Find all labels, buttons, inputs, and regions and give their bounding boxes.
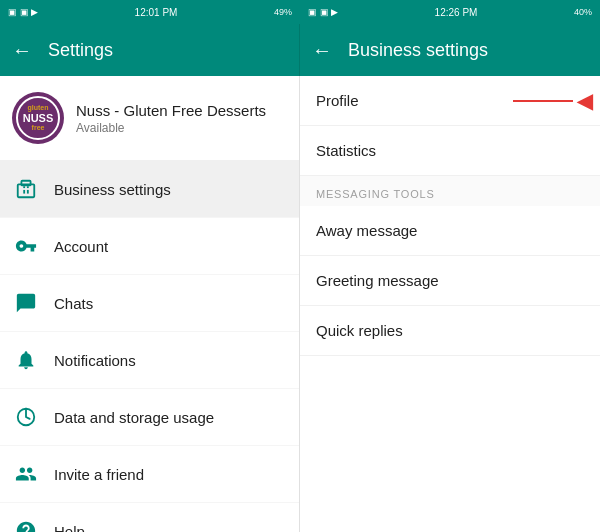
business-settings-panel: Profile ◀ Statistics MESSAGING TOOLS Awa…: [300, 76, 600, 532]
avatar: gluten NUSS free: [12, 92, 64, 144]
menu-item-business-settings[interactable]: Business settings ←: [0, 161, 299, 218]
key-icon: [12, 232, 40, 260]
menu-label-business-settings: Business settings: [54, 181, 171, 198]
left-back-button[interactable]: ←: [12, 39, 32, 62]
right-menu-item-statistics[interactable]: Statistics: [300, 126, 600, 176]
chat-icon: [12, 289, 40, 317]
left-app-bar: ← Settings: [0, 24, 300, 76]
menu-item-data-storage[interactable]: Data and storage usage: [0, 389, 299, 446]
logo-line3: free: [23, 124, 54, 132]
right-battery: 40%: [574, 7, 592, 17]
settings-panel: gluten NUSS free Nuss - Gluten Free Dess…: [0, 76, 300, 532]
data-icon: [12, 403, 40, 431]
bell-icon: [12, 346, 40, 374]
profile-arrow-area: ◀: [513, 89, 592, 113]
right-menu-label-statistics: Statistics: [316, 142, 376, 159]
building-icon: [12, 175, 40, 203]
right-status-icons: ▣ ▣ ▶: [308, 7, 338, 17]
menu-item-help[interactable]: Help: [0, 503, 299, 532]
right-time: 12:26 PM: [435, 7, 478, 18]
svg-rect-1: [21, 181, 30, 186]
main-content: gluten NUSS free Nuss - Gluten Free Dess…: [0, 76, 600, 532]
left-status-bar: ▣ ▣ ▶ 12:01 PM 49%: [0, 0, 300, 24]
left-status-icons-text: ▣ ▣ ▶: [8, 7, 38, 17]
svg-rect-4: [23, 186, 25, 188]
profile-info: Nuss - Gluten Free Desserts Available: [76, 102, 266, 135]
left-battery: 49%: [274, 7, 292, 17]
menu-label-data-storage: Data and storage usage: [54, 409, 214, 426]
menu-item-account[interactable]: Account: [0, 218, 299, 275]
avatar-logo: gluten NUSS free: [23, 104, 54, 131]
status-bar-container: ▣ ▣ ▶ 12:01 PM 49% ▣ ▣ ▶ 12:26 PM 40%: [0, 0, 600, 24]
right-menu-item-profile[interactable]: Profile ◀: [300, 76, 600, 126]
profile-arrow-head: ◀: [577, 89, 592, 113]
right-menu-label-greeting-message: Greeting message: [316, 272, 439, 289]
right-menu-label-quick-replies: Quick replies: [316, 322, 403, 339]
profile-status: Available: [76, 121, 266, 135]
messaging-tools-label: MESSAGING TOOLS: [316, 188, 435, 200]
svg-rect-0: [18, 184, 35, 197]
left-battery-icons: 49%: [274, 7, 292, 17]
right-menu-label-away-message: Away message: [316, 222, 417, 239]
messaging-tools-header: MESSAGING TOOLS: [300, 176, 600, 206]
menu-label-notifications: Notifications: [54, 352, 136, 369]
right-status-icons-text: ▣ ▣ ▶: [308, 7, 338, 17]
right-menu-label-profile: Profile: [316, 92, 359, 109]
svg-rect-5: [27, 186, 29, 188]
logo-line2: NUSS: [23, 112, 54, 124]
friends-icon: [12, 460, 40, 488]
left-status-icons: ▣ ▣ ▶: [8, 7, 38, 17]
help-icon: [12, 517, 40, 532]
app-bar-container: ← Settings ← Business settings: [0, 24, 600, 76]
left-time: 12:01 PM: [135, 7, 178, 18]
menu-label-invite-friend: Invite a friend: [54, 466, 144, 483]
left-app-bar-title: Settings: [48, 40, 113, 61]
svg-rect-2: [23, 190, 25, 194]
profile-arrow-line: [513, 100, 573, 102]
right-menu-item-away-message[interactable]: Away message: [300, 206, 600, 256]
profile-name: Nuss - Gluten Free Desserts: [76, 102, 266, 119]
menu-label-chats: Chats: [54, 295, 93, 312]
menu-item-chats[interactable]: Chats: [0, 275, 299, 332]
svg-rect-3: [27, 190, 29, 194]
right-app-bar: ← Business settings: [300, 24, 600, 76]
right-status-bar: ▣ ▣ ▶ 12:26 PM 40%: [300, 0, 600, 24]
menu-label-account: Account: [54, 238, 108, 255]
right-menu-item-greeting-message[interactable]: Greeting message: [300, 256, 600, 306]
menu-item-invite-friend[interactable]: Invite a friend: [0, 446, 299, 503]
right-app-bar-title: Business settings: [348, 40, 488, 61]
right-menu-item-quick-replies[interactable]: Quick replies: [300, 306, 600, 356]
right-back-button[interactable]: ←: [312, 39, 332, 62]
menu-item-notifications[interactable]: Notifications: [0, 332, 299, 389]
logo-line1: gluten: [23, 104, 54, 112]
profile-section[interactable]: gluten NUSS free Nuss - Gluten Free Dess…: [0, 76, 299, 161]
avatar-inner: gluten NUSS free: [16, 96, 60, 140]
menu-label-help: Help: [54, 523, 85, 533]
right-battery-icons: 40%: [574, 7, 592, 17]
